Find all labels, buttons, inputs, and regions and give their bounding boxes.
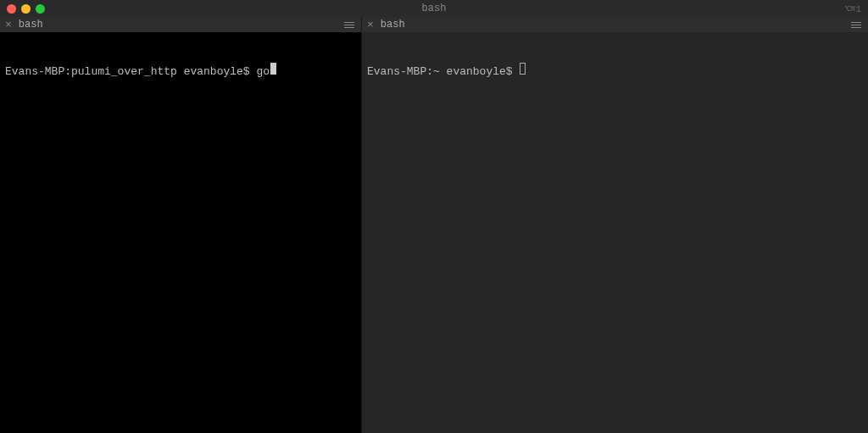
minimize-button[interactable]	[21, 4, 31, 14]
close-button[interactable]	[7, 4, 16, 14]
command-input[interactable]: go	[256, 65, 270, 79]
prompt-line: Evans-MBP:pulumi_over_http evanboyle$ go	[5, 63, 356, 79]
tabbar-right: × bash	[362, 17, 868, 32]
prompt-text: Evans-MBP:~ evanboyle$	[367, 65, 519, 79]
split-panes: × bash Evans-MBP:pulumi_over_http evanbo…	[0, 17, 868, 433]
prompt-text: Evans-MBP:pulumi_over_http evanboyle$	[5, 65, 256, 79]
titlebar-right-text: ⌥⌘1	[844, 3, 861, 14]
terminal-body-left[interactable]: Evans-MBP:pulumi_over_http evanboyle$ go	[0, 32, 361, 433]
tab-label[interactable]: bash	[19, 19, 43, 31]
hamburger-icon[interactable]	[342, 20, 356, 30]
tab-label[interactable]: bash	[381, 19, 405, 31]
window-title: bash	[422, 3, 447, 14]
traffic-lights	[7, 4, 45, 14]
cursor-icon	[520, 63, 526, 75]
tabbar-left: × bash	[0, 17, 361, 32]
terminal-pane-left[interactable]: × bash Evans-MBP:pulumi_over_http evanbo…	[0, 17, 361, 433]
terminal-body-right[interactable]: Evans-MBP:~ evanboyle$	[362, 32, 868, 433]
maximize-button[interactable]	[36, 4, 45, 14]
tab-close-icon[interactable]: ×	[367, 19, 374, 31]
tab-close-icon[interactable]: ×	[5, 19, 12, 31]
hamburger-icon[interactable]	[849, 20, 863, 30]
window-titlebar: bash ⌥⌘1	[0, 0, 868, 17]
terminal-pane-right[interactable]: × bash Evans-MBP:~ evanboyle$	[361, 17, 868, 433]
prompt-line: Evans-MBP:~ evanboyle$	[367, 63, 863, 79]
cursor-icon	[270, 63, 276, 75]
